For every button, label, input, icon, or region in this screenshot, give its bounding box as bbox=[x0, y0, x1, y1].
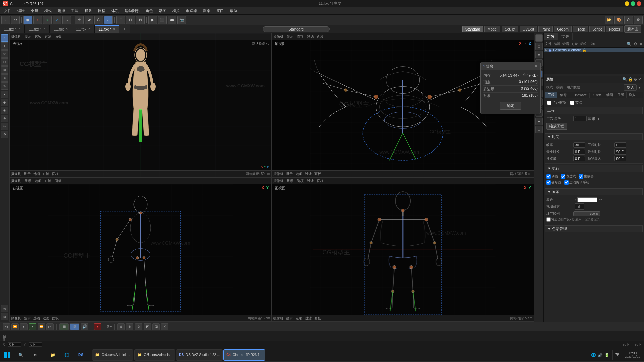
menu-window[interactable]: 窗口 bbox=[214, 8, 226, 14]
exec-gen-check[interactable] bbox=[579, 174, 583, 179]
om-file[interactable]: 文件 bbox=[545, 42, 552, 46]
menu-help[interactable]: 帮助 bbox=[227, 8, 240, 14]
tc-misc4[interactable]: ◩ bbox=[144, 323, 151, 330]
app-daz[interactable]: DS DS DAZ Studio 4.22 ... bbox=[176, 349, 223, 361]
sys-battery[interactable]: 🔋 bbox=[604, 352, 610, 358]
vp3-filter[interactable]: 过滤 bbox=[45, 179, 51, 183]
attr-search[interactable]: 🔍 bbox=[622, 77, 627, 82]
lt-scale[interactable]: ⬡ bbox=[1, 58, 8, 66]
sys-clock[interactable]: 12:00 2023/01/01 bbox=[625, 351, 640, 358]
render-region-btn[interactable]: ◀▶ bbox=[168, 16, 176, 24]
mode-paint[interactable]: Paint bbox=[538, 26, 553, 32]
attr-close[interactable]: ✕ bbox=[638, 77, 641, 82]
vp4-b-move[interactable]: 过滤 bbox=[305, 316, 312, 321]
vp2-options[interactable]: 选项 bbox=[297, 34, 304, 39]
vp3-b-cam[interactable]: 摄像机 bbox=[11, 316, 21, 321]
lt-select[interactable]: ↖ bbox=[1, 34, 8, 42]
lt-rotate[interactable]: ⟳ bbox=[1, 50, 8, 58]
lt-tool9[interactable]: ◆ bbox=[1, 99, 8, 106]
prop-tab-sim[interactable]: 模拟 bbox=[627, 92, 637, 98]
vp2-display[interactable]: 显示 bbox=[287, 34, 293, 39]
vp1-b-display[interactable]: 显示 bbox=[24, 172, 31, 176]
render-btn[interactable]: ▶ bbox=[148, 16, 157, 24]
vp4-filter[interactable]: 过滤 bbox=[307, 179, 314, 183]
snap2-button[interactable]: ⊟ bbox=[126, 16, 135, 24]
mode-script[interactable]: Script bbox=[589, 26, 605, 32]
menu-tools[interactable]: 工具 bbox=[68, 8, 81, 14]
prev-max-input[interactable] bbox=[614, 156, 626, 161]
display-section-header[interactable]: ▼ 显示 bbox=[545, 188, 643, 195]
exec-motion-check[interactable] bbox=[564, 180, 569, 185]
vp2-b-move[interactable]: 过滤 bbox=[305, 172, 312, 176]
app-c4d[interactable]: C4 Cinema 4D R26.1... bbox=[223, 349, 265, 361]
lt-tool8[interactable]: ▲ bbox=[1, 90, 8, 98]
om-close[interactable]: ✕ bbox=[639, 42, 643, 46]
vp4-b-panel[interactable]: 面板 bbox=[314, 316, 321, 321]
menu-file[interactable]: 文件 bbox=[1, 8, 14, 14]
scale-dropdown[interactable]: ▼ bbox=[597, 117, 600, 121]
ri-sphere[interactable]: ◉ bbox=[535, 51, 543, 58]
undo-button[interactable]: ↩ bbox=[1, 16, 10, 24]
mode-uvedit[interactable]: UVEdit bbox=[520, 26, 537, 32]
tab-4[interactable]: 11.fbx× bbox=[72, 25, 95, 33]
transform-button[interactable]: ↔ bbox=[104, 16, 113, 24]
tc-misc3[interactable]: ⊘ bbox=[135, 323, 142, 330]
detail-level-slider[interactable]: 100 % bbox=[573, 211, 600, 216]
lt-bottom1[interactable]: ◎ bbox=[1, 305, 8, 312]
prop-tab-info[interactable]: 信息 bbox=[557, 92, 570, 98]
om-tags[interactable]: 标签 bbox=[580, 42, 587, 46]
lt-bottom2[interactable]: ⊡ bbox=[1, 313, 8, 320]
render-settings-btn[interactable]: ⬛ bbox=[158, 16, 167, 24]
vp1-b-filter[interactable]: 过滤 bbox=[43, 172, 49, 176]
prop-tab-xrefs[interactable]: XRefs bbox=[590, 93, 604, 98]
menu-mesh[interactable]: 网格 bbox=[95, 8, 108, 14]
menu-track[interactable]: 跟踪器 bbox=[183, 8, 200, 14]
menu-select[interactable]: 选择 bbox=[55, 8, 68, 14]
tab-5[interactable]: 11.fbx *× bbox=[95, 25, 119, 33]
vp2-camera[interactable]: 摄像机 bbox=[273, 34, 283, 39]
lt-tool7[interactable]: ✎ bbox=[1, 82, 8, 90]
tab-new[interactable]: + bbox=[119, 25, 130, 33]
dialog-close-btn[interactable]: ✕ bbox=[534, 64, 538, 69]
play-back-btn[interactable]: ⏴ bbox=[20, 323, 28, 330]
om-bookmarks[interactable]: 书签 bbox=[589, 42, 595, 46]
om-edit[interactable]: 编辑 bbox=[554, 42, 560, 46]
menu-render[interactable]: 渲染 bbox=[200, 8, 213, 14]
mode-nodes[interactable]: Nodes bbox=[606, 26, 623, 32]
exec-gen[interactable]: 生成器 bbox=[579, 174, 594, 179]
viewport-front[interactable]: 摄像机 显示 选项 过滤 面板 正视图 bbox=[272, 177, 534, 322]
vp4-display[interactable]: 显示 bbox=[287, 179, 293, 183]
vp4-b-select[interactable]: 选项 bbox=[296, 316, 302, 321]
vp3-options[interactable]: 选项 bbox=[35, 179, 41, 183]
checkbox-todo[interactable]: 待办事项 bbox=[547, 100, 566, 105]
color-mgmt-header[interactable]: ▼ 色彩管理 bbox=[545, 225, 643, 232]
render-detail-check-input[interactable] bbox=[546, 217, 551, 222]
vp3-camera[interactable]: 摄像机 bbox=[11, 179, 21, 183]
color-arrow[interactable]: › bbox=[575, 198, 576, 202]
scale-input[interactable] bbox=[573, 116, 587, 121]
vp1-b-panel[interactable]: 面板 bbox=[52, 172, 59, 176]
vp2-b-cam[interactable]: 摄像机 bbox=[273, 172, 283, 176]
lt-tool13[interactable]: ⚙ bbox=[1, 131, 8, 138]
menu-create[interactable]: 创建 bbox=[28, 8, 41, 14]
menu-volume[interactable]: 体积 bbox=[109, 8, 121, 14]
maximize-button[interactable] bbox=[631, 1, 635, 6]
tc-mode3[interactable]: 🔊 bbox=[81, 323, 88, 330]
tc-misc2[interactable]: ⊗ bbox=[126, 323, 133, 330]
vp3-b-panel[interactable]: 面板 bbox=[52, 316, 59, 321]
file-explorer-pin[interactable]: 📁 bbox=[46, 349, 59, 361]
search-btn[interactable]: 🔍 bbox=[14, 349, 28, 361]
rp-tab-function[interactable]: 功夫 bbox=[558, 33, 573, 40]
prop-tab-project[interactable]: 工程 bbox=[545, 92, 557, 98]
lt-tool11[interactable]: ⊘ bbox=[1, 115, 8, 122]
exec-deform-check[interactable] bbox=[546, 180, 551, 185]
menu-spline[interactable]: 样条 bbox=[82, 8, 95, 14]
vp1-b-cam[interactable]: 摄像机 bbox=[11, 172, 21, 176]
menu-mode[interactable]: 模式 bbox=[42, 8, 54, 14]
proj-length-input[interactable] bbox=[614, 142, 626, 148]
checkbox-todo-input[interactable] bbox=[547, 101, 551, 105]
color-swatch[interactable] bbox=[577, 197, 597, 202]
om-view[interactable]: 查看 bbox=[562, 42, 569, 46]
record-btn[interactable]: ● bbox=[94, 323, 101, 330]
rotate-button[interactable]: ⟳ bbox=[85, 16, 93, 24]
